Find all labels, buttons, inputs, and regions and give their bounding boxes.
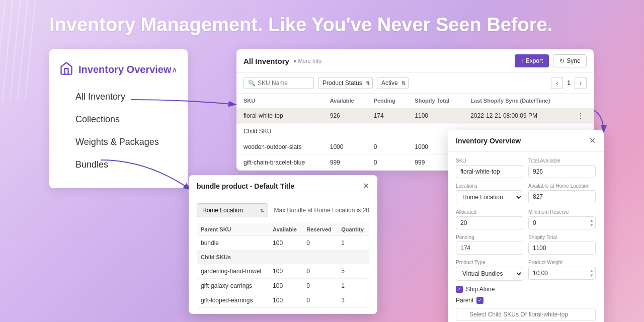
row-sku: floral-white-top [236,108,323,124]
decorative-lines [0,0,35,101]
bundle-child-row: gardening-hand-trowel 100 0 5 [197,264,369,279]
sync-button[interactable]: ↻ Sync [553,54,587,67]
ship-alone-checkbox[interactable]: ✓ [456,286,463,293]
product-weight-input[interactable] [528,267,596,280]
chevron-up-icon[interactable]: ∧ [172,65,178,74]
product-type-select[interactable]: Virtual Bundles [456,267,523,281]
inventory-detail-modal: Inventory Overview ✕ SKU Total Available… [448,130,604,322]
bundle-table: Parent SKU Available Reserved Quantity b… [197,223,369,308]
sku-input[interactable] [456,165,523,178]
search-child-input[interactable] [456,308,596,321]
shopify-total-input[interactable] [528,242,596,255]
detail-modal-close-button[interactable]: ✕ [589,136,596,145]
pending-label: Pending [456,234,523,240]
inventory-panel-title: All Inventory [244,57,289,65]
row-sku: gift-chain-bracelet-blue [236,155,323,171]
parent-available: 100 [269,236,302,251]
total-available-input[interactable] [528,165,596,178]
product-weight-field: Product Weight ▲ ▼ [528,260,596,281]
arrow-all-inventory [131,90,242,115]
row-available: 926 [323,108,367,124]
inventory-panel-actions: ↑ Export ↻ Sync [515,54,587,67]
parent-sku: bundle [197,236,269,251]
parent-label: Parent [456,297,473,304]
detail-grid-top: SKU Total Available Locations Home Locat… [456,158,596,281]
weight-stepper-down[interactable]: ▼ [590,274,594,278]
parent-row: Parent ✓ [456,297,596,304]
detail-modal-body: SKU Total Available Locations Home Locat… [448,152,604,322]
detail-modal-title: Inventory Overview [456,137,521,145]
locations-field: Locations Home Location [456,183,523,204]
child-available: 100 [269,279,302,293]
col-pending: Pending [367,94,408,108]
stepper-up[interactable]: ▲ [590,219,594,223]
sidebar-header-left: Inventory Overview [59,61,172,77]
bundle-modal-close-button[interactable]: ✕ [363,181,369,191]
home-icon [59,61,73,77]
row-menu[interactable]: ⋮ [571,108,594,124]
table-header-row: SKU Available Pending Shopify Total Last… [236,94,594,108]
export-button[interactable]: ↑ Export [515,54,549,67]
weight-stepper-up[interactable]: ▲ [590,269,594,273]
parent-reserved: 0 [302,236,337,251]
more-info-link[interactable]: ● More Info [293,58,321,64]
row-sku: wooden-outdoor-slats [236,139,323,155]
child-reserved: 0 [302,279,337,293]
detail-modal-header: Inventory Overview ✕ [448,130,604,152]
bundle-child-row: gift-galaxy-earrings 100 0 1 [197,279,369,293]
inventory-panel-title-row: All Inventory ● More Info [244,57,321,65]
allocated-label: Allocated [456,209,523,215]
location-select[interactable]: Home Location [197,203,268,217]
avail-home-field: Available at Home Location [528,183,596,204]
table-row: floral-white-top 926 174 1100 2022-12-21… [236,108,594,124]
col-quantity: Quantity [337,223,369,236]
inventory-filters: 🔍 Product Status ⇅ Active ⇅ ‹ 1 › [236,73,594,94]
row-available: 1000 [323,139,367,155]
stepper-arrows: ▲ ▼ [590,219,594,227]
sidebar-header: Inventory Overview ∧ [49,57,188,86]
sku-search-input[interactable] [258,79,308,87]
product-weight-label: Product Weight [528,260,596,265]
row-pending: 174 [367,108,408,124]
product-weight-stepper: ▲ ▼ [528,267,596,280]
child-sku-section-header: Child SKUs [197,251,369,264]
parent-checkbox[interactable]: ✓ [476,297,484,304]
bundle-modal: bundle product - Default Title ✕ Home Lo… [189,175,377,314]
row-available: 999 [323,155,367,171]
active-filter-wrap: Active ⇅ [377,77,409,89]
min-reserve-input[interactable] [528,216,596,229]
avail-home-input[interactable] [528,190,596,203]
sidebar-item-weights[interactable]: Weights & Packages [49,131,188,153]
stepper-down[interactable]: ▼ [590,223,594,227]
locations-label: Locations [456,183,523,189]
weight-stepper-arrows: ▲ ▼ [590,269,594,278]
child-quantity: 5 [337,264,369,279]
page-number: 1 [565,79,573,87]
parent-quantity: 1 [337,236,369,251]
bundle-location-row: Home Location Max Bundle at Home Locatio… [197,203,369,217]
pending-input[interactable] [456,242,523,255]
child-sku: gift-galaxy-earrings [197,279,269,293]
col-actions [571,94,594,108]
col-shopify-total: Shopify Total [408,94,463,108]
search-child-wrap [456,308,596,321]
child-quantity: 3 [337,293,369,308]
total-available-label: Total Available [528,158,596,164]
locations-select[interactable]: Home Location [456,190,523,204]
allocated-field: Allocated [456,209,523,229]
active-select[interactable]: Active [377,77,409,89]
min-reserve-label: Minimum Reserve [528,209,596,215]
prev-page-button[interactable]: ‹ [551,77,563,89]
product-status-select[interactable]: Product Status [318,77,373,89]
child-sku-label: Child SKU [236,124,323,139]
row-pending: 0 [367,139,408,155]
shopify-total-field: Shopify Total [528,234,596,255]
shopify-total-label: Shopify Total [528,234,596,240]
hero-title: Inventory Management. Like You've Never … [49,14,552,36]
row-pending: 0 [367,155,408,171]
min-reserve-field: Minimum Reserve ▲ ▼ [528,209,596,229]
inventory-panel-header: All Inventory ● More Info ↑ Export ↻ Syn… [236,49,594,73]
next-page-button[interactable]: › [575,77,587,89]
sku-search[interactable]: 🔍 [244,77,314,89]
allocated-input[interactable] [456,216,523,229]
